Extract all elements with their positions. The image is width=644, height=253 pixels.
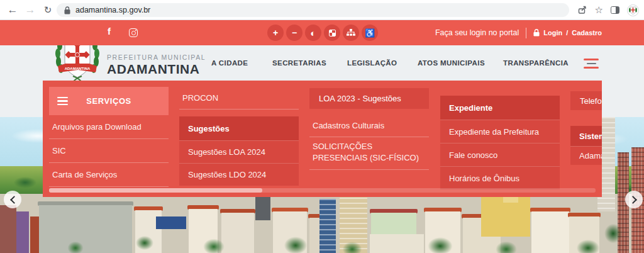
url-text: adamantina.sp.gov.br [75,6,150,14]
chevron-left-icon [10,196,18,204]
menu-item-sugestoes-ldo-2024[interactable]: Sugestões LDO 2024 [179,163,299,186]
services-mega-menu: SERVIÇOS Arquivos para Download SIC Cart… [43,81,602,197]
nav-atos-municipais[interactable]: ATOS MUNICIPAIS [418,59,485,67]
sugestoes-header[interactable]: Sugestões [179,116,299,140]
carousel-prev-button[interactable] [4,191,21,208]
register-link[interactable]: Cadastro [572,29,602,37]
nav-secretarias[interactable]: SECRETARIAS [272,59,326,67]
forward-icon: → [23,3,38,18]
menu-item-cadastros-culturais[interactable]: Cadastros Culturais [309,115,429,137]
profile-avatar[interactable] [627,4,639,16]
menu-item-loa-2023-sugestoes[interactable]: LOA 2023 - Sugestões [309,88,429,109]
menu-column-expediente: Expediente Expediente da Prefeitura Fale… [440,81,560,197]
refresh-icon[interactable]: ↻ [40,3,55,18]
carousel-next-button[interactable] [625,191,643,208]
sitemap-button[interactable] [343,25,359,41]
menu-item-adamantina[interactable]: Adama [570,146,602,165]
expediente-header[interactable]: Expediente [440,96,560,120]
bookmark-star-icon[interactable]: ☆ [595,4,603,16]
menu-item-solicitacoes-presenciais[interactable]: SOLICITAÇÕES PRESENCIAIS (SIC-FÍSICO) [309,137,429,170]
menu-item-expediente-prefeitura[interactable]: Expediente da Prefeitura [440,120,560,143]
accessibility-toolbar: + − ◐ ♿ [267,25,378,41]
login-prompt: Faça seu login no portal [435,28,519,37]
menu-item-telefones[interactable]: Telefo [570,91,602,110]
sugestoes-block: Sugestões Sugestões LOA 2024 Sugestões L… [179,116,299,186]
login-link[interactable]: Login [543,29,562,37]
sitemap-icon [347,29,355,37]
facebook-icon[interactable]: f [108,26,111,37]
menu-item-carta-servicos[interactable]: Carta de Serviços [49,163,169,187]
nav-legislacao[interactable]: LEGISLAÇÃO [347,59,397,67]
menu-column-3: LOA 2023 - Sugestões Cadastros Culturais… [309,81,429,197]
https-lock-icon [64,6,70,14]
sistemas-block: Sistem Adama [570,126,602,165]
menu-icon [57,97,68,105]
top-utility-bar: f + − ◐ ♿ Faça seu login no portal Login [0,20,644,45]
site-brand[interactable]: PREFEITURA MUNICIPAL ADAMANTINA [107,53,206,77]
avatar-crest-icon [629,6,637,15]
chevron-right-icon [629,196,637,204]
menu-item-arquivos[interactable]: Arquivos para Download [49,115,169,139]
nav-transparencia[interactable]: TRANSPARÊNCIA [503,59,569,67]
menu-toggle-button[interactable] [584,59,599,69]
login-separator: / [566,29,568,37]
font-decrease-button[interactable]: − [286,25,303,41]
lock-icon [533,29,540,37]
reset-view-button[interactable] [324,25,340,41]
quadrant-icon [329,30,336,37]
divider [526,28,526,38]
accessibility-button[interactable]: ♿ [362,25,378,41]
menu-item-horarios-onibus[interactable]: Horários de Ônibus [440,166,560,189]
instagram-icon[interactable] [129,28,138,37]
menu-column-2: PROCON Sugestões Sugestões LOA 2024 Suge… [179,81,299,197]
menu-scrollbar-thumb[interactable] [49,188,262,193]
share-icon[interactable] [577,5,587,15]
brand-line2: ADAMANTINA [107,62,206,77]
browser-chrome: ← → ↻ adamantina.sp.gov.br ☆ [0,0,644,20]
menu-item-procon[interactable]: PROCON [179,87,299,110]
menu-item-fale-conosco[interactable]: Fale conosco [440,143,560,166]
sistemas-header[interactable]: Sistem [570,126,602,146]
menu-column-clipped: Telefo Sistem Adama [570,81,602,197]
menu-item-sugestoes-loa-2024[interactable]: Sugestões LOA 2024 [179,140,299,163]
svg-text:ADAMANTINA: ADAMANTINA [65,67,91,70]
servicos-header[interactable]: SERVIÇOS [49,87,169,115]
menu-item-sic[interactable]: SIC [49,139,169,163]
side-panel-icon[interactable] [611,6,619,14]
menu-scrollbar[interactable] [49,188,596,193]
brand-line1: PREFEITURA MUNICIPAL [107,53,206,61]
nav-a-cidade[interactable]: A CIDADE [211,59,248,67]
font-increase-button[interactable]: + [267,25,284,41]
menu-column-servicos: SERVIÇOS Arquivos para Download SIC Cart… [49,81,169,197]
address-bar[interactable]: adamantina.sp.gov.br [57,3,569,17]
expediente-block: Expediente Expediente da Prefeitura Fale… [440,96,560,189]
servicos-title: SERVIÇOS [86,96,131,106]
contrast-button[interactable]: ◐ [305,25,321,41]
back-icon[interactable]: ← [5,3,20,18]
